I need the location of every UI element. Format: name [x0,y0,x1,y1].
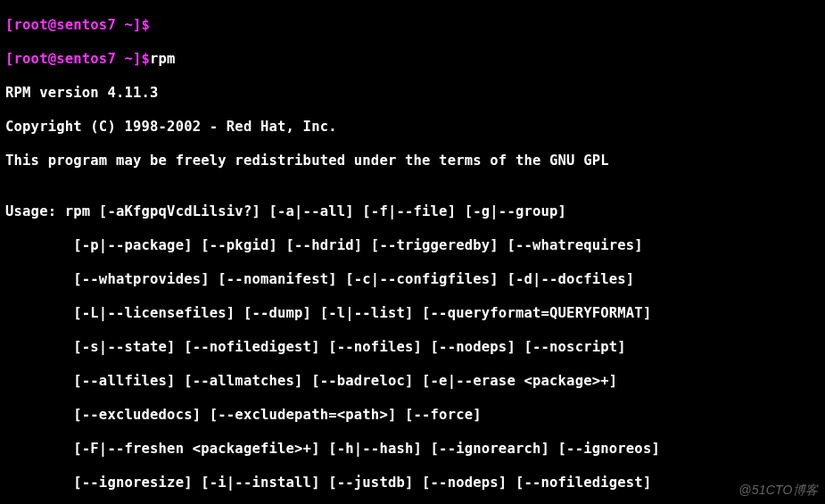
output-line: [-F|--freshen <packagefile>+] [-h|--hash… [5,441,820,458]
output-line: [--whatprovides] [--nomanifest] [-c|--co… [5,271,820,288]
output-line: This program may be freely redistributed… [5,153,820,169]
output-line: [--ignoresize] [-i|--install] [--justdb]… [5,475,820,492]
output-line: [-L|--licensefiles] [--dump] [-l|--list]… [5,305,820,322]
prompt-line: [root@sentos7 ~]$ [5,17,820,34]
output-line: [--excludedocs] [--excludepath=<path>] [… [5,407,820,424]
command-text: rpm [150,51,176,67]
output-line: [-p|--package] [--pkgid] [--hdrid] [--tr… [5,237,820,254]
shell-prompt: [root@sentos7 ~]$ [5,17,150,33]
output-line: [--allfiles] [--allmatches] [--badreloc]… [5,373,820,390]
output-line: Usage: rpm [-aKfgpqVcdLilsiv?] [-a|--all… [5,203,820,220]
output-line: Copyright (C) 1998-2002 - Red Hat, Inc. [5,119,820,136]
shell-prompt: [root@sentos7 ~]$ [5,51,150,67]
output-line: [-s|--state] [--nofiledigest] [--nofiles… [5,339,820,356]
watermark-text: @51CTO博客 [738,482,818,499]
output-line: RPM version 4.11.3 [5,85,820,102]
terminal-area[interactable]: [root@sentos7 ~]$ [root@sentos7 ~]$rpm R… [0,0,825,504]
prompt-line: [root@sentos7 ~]$rpm [5,51,820,68]
